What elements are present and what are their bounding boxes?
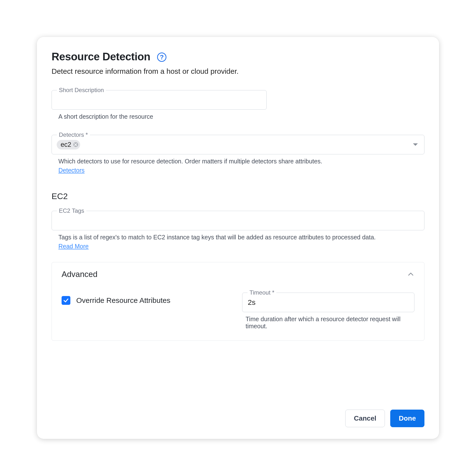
dialog-header: Resource Detection ? (52, 51, 424, 63)
dialog-footer: Cancel Done (52, 410, 424, 429)
detectors-link[interactable]: Detectors (58, 167, 85, 174)
ec2-tags-input[interactable] (57, 211, 419, 230)
timeout-helper: Time duration after which a resource det… (246, 316, 414, 330)
detectors-section: Detectors * ec2 Which d (52, 135, 424, 174)
short-description-box (52, 90, 267, 110)
advanced-toggle[interactable]: Advanced (62, 270, 414, 279)
override-row: Override Resource Attributes (62, 293, 232, 305)
ec2-tags-field: EC2 Tags (52, 211, 424, 230)
ec2-tags-link[interactable]: Read More (58, 243, 89, 250)
short-description-input[interactable] (57, 90, 262, 109)
advanced-body: Override Resource Attributes Timeout * T… (62, 293, 414, 330)
override-checkbox[interactable] (62, 296, 70, 305)
dialog-title: Resource Detection (52, 51, 150, 63)
timeout-box (242, 293, 414, 312)
dialog-content: Resource Detection ? Detect resource inf… (52, 51, 424, 410)
detectors-field: Detectors * ec2 (52, 135, 424, 154)
chevron-up-icon (407, 271, 414, 278)
ec2-tags-box (52, 211, 424, 230)
short-description-helper: A short description for the resource (58, 113, 424, 120)
dropdown-caret-icon[interactable] (413, 143, 418, 146)
advanced-panel: Advanced Override Resource Attributes (52, 262, 424, 341)
detectors-chip-row: ec2 (57, 140, 413, 149)
timeout-field: Timeout * (242, 293, 414, 312)
done-button[interactable]: Done (390, 410, 424, 427)
detectors-select[interactable]: ec2 (52, 135, 424, 154)
timeout-input[interactable] (247, 293, 409, 312)
dialog-subtitle: Detect resource information from a host … (52, 67, 424, 76)
cancel-button[interactable]: Cancel (345, 410, 385, 427)
ec2-tags-section: EC2 Tags Tags is a list of regex's to ma… (52, 211, 424, 250)
override-label: Override Resource Attributes (76, 296, 170, 305)
help-icon[interactable]: ? (157, 52, 166, 62)
chip-remove-icon[interactable] (73, 142, 78, 147)
detectors-helper: Which detectors to use for resource dete… (58, 158, 424, 165)
ec2-tags-helper: Tags is a list of regex's to match to EC… (58, 234, 424, 241)
short-description-section: Short Description A short description fo… (52, 90, 424, 120)
timeout-column: Timeout * Time duration after which a re… (242, 293, 414, 330)
chip-ec2[interactable]: ec2 (57, 140, 80, 149)
ec2-heading: EC2 (52, 192, 424, 201)
chip-label: ec2 (61, 141, 71, 148)
advanced-title: Advanced (62, 270, 97, 279)
resource-detection-dialog: Resource Detection ? Detect resource inf… (37, 37, 439, 439)
short-description-field: Short Description (52, 90, 267, 110)
